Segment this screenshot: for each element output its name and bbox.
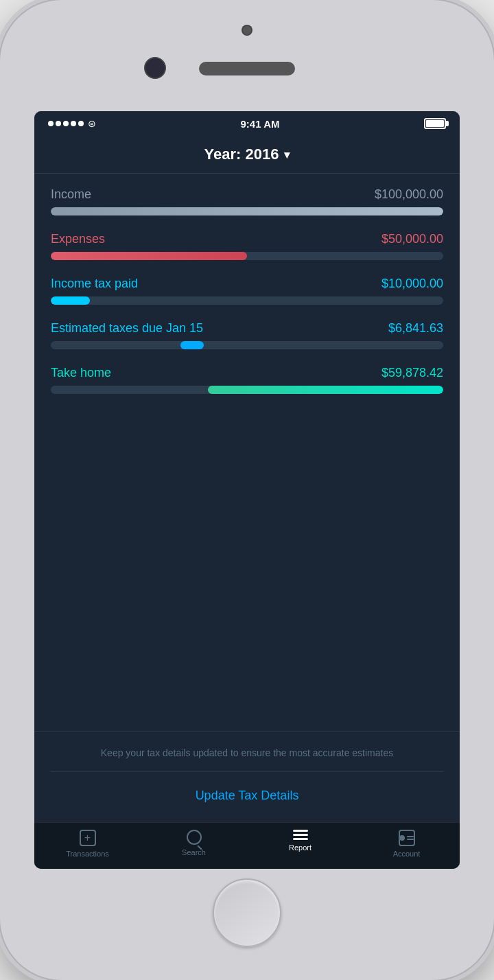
tab-account-label: Account	[393, 850, 421, 858]
update-tax-details-button[interactable]: Update Tax Details	[190, 783, 305, 808]
battery-fill	[426, 120, 444, 127]
battery-icon	[424, 118, 446, 129]
tab-report[interactable]: Report	[247, 830, 353, 858]
income-progress-fill	[51, 207, 443, 215]
status-right	[424, 118, 446, 129]
est-taxes-row-header: Estimated taxes due Jan 15 $6,841.63	[51, 321, 443, 336]
report-icon-line-1	[293, 830, 308, 832]
est-taxes-progress-fill	[180, 341, 204, 349]
status-bar: ⊜ 9:41 AM	[34, 111, 460, 136]
home-button[interactable]	[213, 878, 281, 947]
screen: ⊜ 9:41 AM Year: 2016 ▾ Income $100,000	[34, 111, 460, 869]
report-icon-line-2	[293, 834, 308, 836]
income-tax-value: $10,000.00	[381, 277, 443, 291]
report-icon	[293, 830, 308, 840]
signal-dot-2	[56, 121, 61, 126]
take-home-row: Take home $59,878.42	[51, 366, 443, 394]
report-icon-line-3	[293, 838, 308, 840]
chevron-down-icon: ▾	[284, 148, 290, 161]
expenses-label: Expenses	[51, 232, 105, 246]
expenses-value: $50,000.00	[381, 232, 443, 246]
expenses-row-header: Expenses $50,000.00	[51, 232, 443, 246]
signal-dot-1	[48, 121, 54, 126]
status-left: ⊜	[48, 118, 96, 129]
signal-dot-3	[63, 121, 69, 126]
expenses-progress-track	[51, 252, 443, 260]
camera	[144, 57, 166, 79]
income-tax-row: Income tax paid $10,000.00	[51, 277, 443, 305]
income-tax-progress-track	[51, 296, 443, 305]
income-row-header: Income $100,000.00	[51, 187, 443, 202]
signal-dot-4	[71, 121, 76, 126]
main-content: Income $100,000.00 Expenses $50,000.00	[34, 174, 460, 731]
income-value: $100,000.00	[375, 187, 443, 202]
take-home-value: $59,878.42	[381, 366, 443, 380]
income-tax-row-header: Income tax paid $10,000.00	[51, 277, 443, 291]
account-line-1	[407, 836, 414, 837]
income-progress-track	[51, 207, 443, 215]
take-home-progress-track	[51, 386, 443, 394]
divider	[51, 771, 443, 772]
search-icon	[187, 830, 202, 845]
year-selector[interactable]: Year: 2016 ▾	[204, 145, 290, 163]
status-time: 9:41 AM	[241, 118, 280, 130]
est-taxes-row: Estimated taxes due Jan 15 $6,841.63	[51, 321, 443, 349]
income-row: Income $100,000.00	[51, 187, 443, 215]
phone-frame: ⊜ 9:41 AM Year: 2016 ▾ Income $100,000	[0, 0, 494, 980]
take-home-progress-fill	[208, 386, 443, 394]
wifi-icon: ⊜	[88, 118, 96, 129]
expenses-row: Expenses $50,000.00	[51, 232, 443, 260]
bottom-info-section: Keep your tax details updated to ensure …	[34, 731, 460, 822]
transactions-icon	[80, 830, 96, 846]
account-icon-inner	[399, 835, 414, 841]
est-taxes-label: Estimated taxes due Jan 15	[51, 321, 203, 336]
take-home-row-header: Take home $59,878.42	[51, 366, 443, 380]
tab-search-label: Search	[182, 848, 206, 856]
signal-dots	[48, 121, 84, 126]
take-home-label: Take home	[51, 366, 111, 380]
tab-bar: Transactions Search Report	[34, 822, 460, 869]
est-taxes-progress-track	[51, 341, 443, 349]
expenses-progress-fill	[51, 252, 247, 260]
header[interactable]: Year: 2016 ▾	[34, 136, 460, 174]
account-icon	[399, 830, 415, 846]
info-text: Keep your tax details updated to ensure …	[51, 745, 443, 760]
tab-report-label: Report	[289, 843, 311, 852]
tab-transactions[interactable]: Transactions	[34, 830, 141, 858]
account-lines	[407, 836, 414, 840]
speaker	[199, 62, 295, 75]
account-line-2	[407, 839, 414, 840]
year-label: Year: 2016	[204, 145, 279, 163]
income-tax-label: Income tax paid	[51, 277, 138, 291]
income-label: Income	[51, 187, 91, 202]
tab-transactions-label: Transactions	[66, 850, 109, 858]
est-taxes-value: $6,841.63	[388, 321, 443, 336]
income-tax-progress-fill	[51, 296, 90, 305]
tab-account[interactable]: Account	[353, 830, 460, 858]
signal-dot-5	[78, 121, 84, 126]
account-avatar-circle	[399, 835, 405, 841]
tab-search[interactable]: Search	[141, 830, 247, 858]
